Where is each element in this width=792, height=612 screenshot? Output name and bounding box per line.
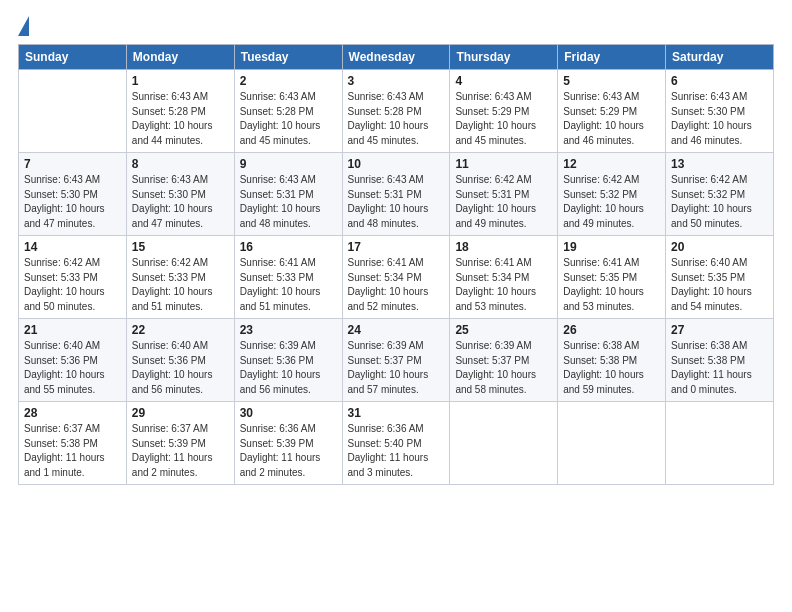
calendar-cell: 21Sunrise: 6:40 AM Sunset: 5:36 PM Dayli… xyxy=(19,319,127,402)
calendar-cell: 17Sunrise: 6:41 AM Sunset: 5:34 PM Dayli… xyxy=(342,236,450,319)
day-number: 21 xyxy=(24,323,121,337)
day-info: Sunrise: 6:43 AM Sunset: 5:29 PM Dayligh… xyxy=(455,90,552,148)
calendar-cell xyxy=(450,402,558,485)
calendar-header-monday: Monday xyxy=(126,45,234,70)
day-number: 3 xyxy=(348,74,445,88)
calendar-cell: 8Sunrise: 6:43 AM Sunset: 5:30 PM Daylig… xyxy=(126,153,234,236)
day-info: Sunrise: 6:43 AM Sunset: 5:30 PM Dayligh… xyxy=(132,173,229,231)
logo xyxy=(18,18,33,36)
day-number: 18 xyxy=(455,240,552,254)
logo-icon xyxy=(18,16,29,36)
day-info: Sunrise: 6:43 AM Sunset: 5:30 PM Dayligh… xyxy=(671,90,768,148)
day-info: Sunrise: 6:40 AM Sunset: 5:36 PM Dayligh… xyxy=(132,339,229,397)
calendar-header-tuesday: Tuesday xyxy=(234,45,342,70)
day-number: 22 xyxy=(132,323,229,337)
calendar-cell: 19Sunrise: 6:41 AM Sunset: 5:35 PM Dayli… xyxy=(558,236,666,319)
day-info: Sunrise: 6:43 AM Sunset: 5:31 PM Dayligh… xyxy=(348,173,445,231)
calendar-cell: 31Sunrise: 6:36 AM Sunset: 5:40 PM Dayli… xyxy=(342,402,450,485)
day-info: Sunrise: 6:37 AM Sunset: 5:38 PM Dayligh… xyxy=(24,422,121,480)
day-number: 25 xyxy=(455,323,552,337)
calendar-cell: 4Sunrise: 6:43 AM Sunset: 5:29 PM Daylig… xyxy=(450,70,558,153)
calendar-cell: 12Sunrise: 6:42 AM Sunset: 5:32 PM Dayli… xyxy=(558,153,666,236)
day-info: Sunrise: 6:43 AM Sunset: 5:30 PM Dayligh… xyxy=(24,173,121,231)
calendar-cell: 11Sunrise: 6:42 AM Sunset: 5:31 PM Dayli… xyxy=(450,153,558,236)
day-info: Sunrise: 6:43 AM Sunset: 5:29 PM Dayligh… xyxy=(563,90,660,148)
day-info: Sunrise: 6:42 AM Sunset: 5:33 PM Dayligh… xyxy=(132,256,229,314)
day-number: 11 xyxy=(455,157,552,171)
day-number: 13 xyxy=(671,157,768,171)
day-info: Sunrise: 6:39 AM Sunset: 5:37 PM Dayligh… xyxy=(455,339,552,397)
day-number: 1 xyxy=(132,74,229,88)
day-number: 9 xyxy=(240,157,337,171)
day-number: 31 xyxy=(348,406,445,420)
day-info: Sunrise: 6:43 AM Sunset: 5:28 PM Dayligh… xyxy=(348,90,445,148)
calendar-cell: 9Sunrise: 6:43 AM Sunset: 5:31 PM Daylig… xyxy=(234,153,342,236)
day-number: 27 xyxy=(671,323,768,337)
calendar-cell: 6Sunrise: 6:43 AM Sunset: 5:30 PM Daylig… xyxy=(666,70,774,153)
day-info: Sunrise: 6:36 AM Sunset: 5:39 PM Dayligh… xyxy=(240,422,337,480)
day-number: 24 xyxy=(348,323,445,337)
day-info: Sunrise: 6:42 AM Sunset: 5:33 PM Dayligh… xyxy=(24,256,121,314)
calendar-cell: 2Sunrise: 6:43 AM Sunset: 5:28 PM Daylig… xyxy=(234,70,342,153)
page-header xyxy=(18,18,774,36)
calendar-cell: 16Sunrise: 6:41 AM Sunset: 5:33 PM Dayli… xyxy=(234,236,342,319)
calendar-cell: 27Sunrise: 6:38 AM Sunset: 5:38 PM Dayli… xyxy=(666,319,774,402)
day-number: 10 xyxy=(348,157,445,171)
calendar-week-row: 1Sunrise: 6:43 AM Sunset: 5:28 PM Daylig… xyxy=(19,70,774,153)
calendar-header-thursday: Thursday xyxy=(450,45,558,70)
day-number: 28 xyxy=(24,406,121,420)
day-number: 8 xyxy=(132,157,229,171)
day-info: Sunrise: 6:38 AM Sunset: 5:38 PM Dayligh… xyxy=(563,339,660,397)
day-info: Sunrise: 6:43 AM Sunset: 5:28 PM Dayligh… xyxy=(240,90,337,148)
day-number: 2 xyxy=(240,74,337,88)
calendar-header-saturday: Saturday xyxy=(666,45,774,70)
day-info: Sunrise: 6:42 AM Sunset: 5:32 PM Dayligh… xyxy=(563,173,660,231)
day-number: 15 xyxy=(132,240,229,254)
calendar-cell: 23Sunrise: 6:39 AM Sunset: 5:36 PM Dayli… xyxy=(234,319,342,402)
day-info: Sunrise: 6:43 AM Sunset: 5:28 PM Dayligh… xyxy=(132,90,229,148)
day-info: Sunrise: 6:42 AM Sunset: 5:32 PM Dayligh… xyxy=(671,173,768,231)
calendar-cell: 22Sunrise: 6:40 AM Sunset: 5:36 PM Dayli… xyxy=(126,319,234,402)
day-info: Sunrise: 6:40 AM Sunset: 5:35 PM Dayligh… xyxy=(671,256,768,314)
day-number: 20 xyxy=(671,240,768,254)
calendar-cell: 7Sunrise: 6:43 AM Sunset: 5:30 PM Daylig… xyxy=(19,153,127,236)
calendar-cell: 14Sunrise: 6:42 AM Sunset: 5:33 PM Dayli… xyxy=(19,236,127,319)
day-number: 19 xyxy=(563,240,660,254)
calendar-week-row: 21Sunrise: 6:40 AM Sunset: 5:36 PM Dayli… xyxy=(19,319,774,402)
day-info: Sunrise: 6:40 AM Sunset: 5:36 PM Dayligh… xyxy=(24,339,121,397)
calendar-cell: 30Sunrise: 6:36 AM Sunset: 5:39 PM Dayli… xyxy=(234,402,342,485)
day-info: Sunrise: 6:39 AM Sunset: 5:36 PM Dayligh… xyxy=(240,339,337,397)
day-info: Sunrise: 6:41 AM Sunset: 5:33 PM Dayligh… xyxy=(240,256,337,314)
calendar-week-row: 7Sunrise: 6:43 AM Sunset: 5:30 PM Daylig… xyxy=(19,153,774,236)
day-number: 26 xyxy=(563,323,660,337)
day-number: 6 xyxy=(671,74,768,88)
calendar-cell xyxy=(666,402,774,485)
calendar-cell: 26Sunrise: 6:38 AM Sunset: 5:38 PM Dayli… xyxy=(558,319,666,402)
calendar-table: SundayMondayTuesdayWednesdayThursdayFrid… xyxy=(18,44,774,485)
day-number: 16 xyxy=(240,240,337,254)
day-info: Sunrise: 6:41 AM Sunset: 5:35 PM Dayligh… xyxy=(563,256,660,314)
calendar-week-row: 14Sunrise: 6:42 AM Sunset: 5:33 PM Dayli… xyxy=(19,236,774,319)
calendar-cell: 13Sunrise: 6:42 AM Sunset: 5:32 PM Dayli… xyxy=(666,153,774,236)
day-info: Sunrise: 6:43 AM Sunset: 5:31 PM Dayligh… xyxy=(240,173,337,231)
calendar-cell: 5Sunrise: 6:43 AM Sunset: 5:29 PM Daylig… xyxy=(558,70,666,153)
day-info: Sunrise: 6:41 AM Sunset: 5:34 PM Dayligh… xyxy=(455,256,552,314)
calendar-cell: 3Sunrise: 6:43 AM Sunset: 5:28 PM Daylig… xyxy=(342,70,450,153)
day-info: Sunrise: 6:36 AM Sunset: 5:40 PM Dayligh… xyxy=(348,422,445,480)
day-number: 29 xyxy=(132,406,229,420)
calendar-header-row: SundayMondayTuesdayWednesdayThursdayFrid… xyxy=(19,45,774,70)
calendar-cell: 24Sunrise: 6:39 AM Sunset: 5:37 PM Dayli… xyxy=(342,319,450,402)
calendar-header-friday: Friday xyxy=(558,45,666,70)
calendar-week-row: 28Sunrise: 6:37 AM Sunset: 5:38 PM Dayli… xyxy=(19,402,774,485)
day-number: 23 xyxy=(240,323,337,337)
calendar-cell: 25Sunrise: 6:39 AM Sunset: 5:37 PM Dayli… xyxy=(450,319,558,402)
day-number: 4 xyxy=(455,74,552,88)
day-number: 30 xyxy=(240,406,337,420)
calendar-cell xyxy=(19,70,127,153)
day-number: 7 xyxy=(24,157,121,171)
calendar-cell: 15Sunrise: 6:42 AM Sunset: 5:33 PM Dayli… xyxy=(126,236,234,319)
calendar-cell: 1Sunrise: 6:43 AM Sunset: 5:28 PM Daylig… xyxy=(126,70,234,153)
day-info: Sunrise: 6:42 AM Sunset: 5:31 PM Dayligh… xyxy=(455,173,552,231)
day-info: Sunrise: 6:41 AM Sunset: 5:34 PM Dayligh… xyxy=(348,256,445,314)
day-number: 5 xyxy=(563,74,660,88)
